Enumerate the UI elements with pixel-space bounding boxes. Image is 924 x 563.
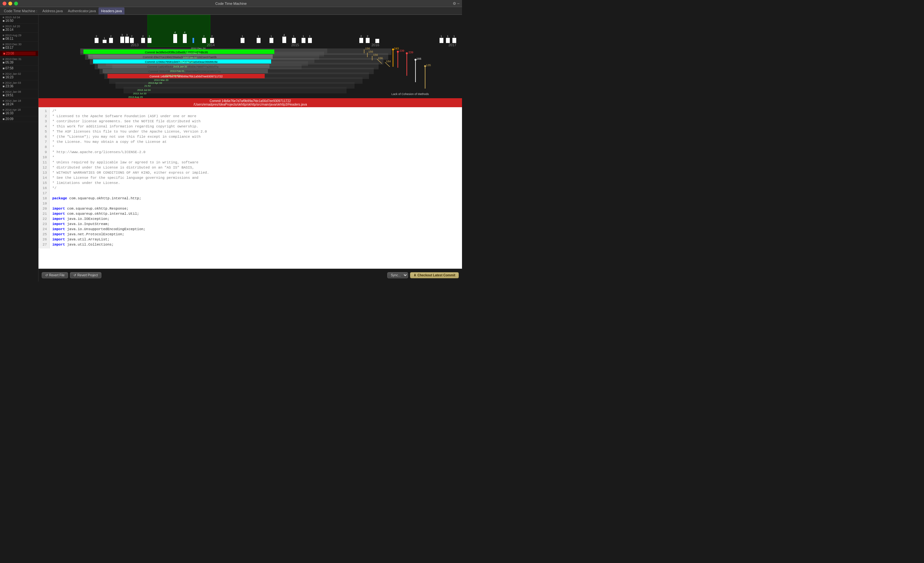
- svg-rect-27: [241, 38, 244, 43]
- revert-project-icon: ↺: [74, 273, 76, 277]
- svg-rect-23: [202, 38, 206, 43]
- svg-text:2017: 2017: [448, 43, 456, 47]
- svg-point-118: [406, 52, 408, 54]
- settings-area: ⚙ –: [453, 1, 459, 6]
- svg-rect-4: [103, 40, 106, 43]
- svg-rect-37: [302, 38, 305, 43]
- svg-rect-16: [148, 38, 152, 43]
- sync-dropdown[interactable]: Sync...: [387, 272, 408, 278]
- checkout-latest-button[interactable]: ⬇ Checkout Latest Commit: [410, 272, 459, 278]
- svg-rect-45: [375, 39, 379, 43]
- svg-text:2013 Jan 02: 2013 Jan 02: [183, 56, 197, 59]
- svg-text:1: 1: [453, 35, 455, 38]
- svg-text:1: 1: [258, 35, 259, 38]
- bottom-toolbar: ↺ Revert File ↺ Revert Project Sync... ⬇…: [39, 269, 462, 281]
- svg-text:3: 3: [126, 33, 128, 37]
- svg-rect-35: [292, 38, 296, 43]
- list-item-selected[interactable]: ■ 23:08: [0, 51, 38, 57]
- timeline-chart[interactable]: 2 1 2 3 3 2 2 1 4 4: [39, 15, 462, 98]
- list-item[interactable]: ■ 2014 Jan 18 ■ 18:24: [0, 98, 38, 107]
- svg-text:4: 4: [174, 31, 176, 34]
- list-item[interactable]: ■ 2014 Jan 03 ■ 23:36: [0, 80, 38, 89]
- svg-text:1: 1: [447, 35, 448, 38]
- svg-rect-39: [308, 38, 312, 43]
- svg-text:166: 166: [417, 57, 421, 60]
- svg-text:2013 Jul 20: 2013 Jul 20: [133, 92, 147, 95]
- code-text: /* * Licensed to the Apache Software Fou…: [50, 107, 462, 248]
- code-content: 12345 678910 1112131415 1617181920 21222…: [39, 107, 462, 248]
- gear-icon[interactable]: ⚙ –: [453, 1, 459, 6]
- svg-text:2013 Feb 05: 2013 Feb 05: [165, 74, 180, 77]
- svg-rect-46: [440, 38, 443, 43]
- svg-rect-50: [452, 38, 456, 43]
- svg-text:2013 Apr 08: 2013 Apr 08: [148, 81, 162, 84]
- list-item[interactable]: ■ 07:58: [0, 66, 38, 71]
- svg-rect-31: [270, 38, 273, 43]
- svg-text:2015: 2015: [291, 43, 299, 47]
- commit-sidebar: ■ 2013 Jul 04 ■ 16:50 ■ 2013 Jul 20 ■ 20…: [0, 15, 39, 281]
- svg-text:Lack of Cohesion of Methods: Lack of Cohesion of Methods: [392, 92, 429, 96]
- svg-text:2014: 2014: [207, 43, 214, 47]
- close-button[interactable]: [3, 2, 6, 6]
- maximize-button[interactable]: [14, 2, 18, 6]
- svg-text:2: 2: [360, 35, 362, 38]
- svg-text:1: 1: [148, 35, 150, 38]
- svg-text:Commit 350c43b6fe02401a73f967d: Commit 350c43b6fe02401a73f967d9ef3220616…: [148, 70, 221, 73]
- timeline-area[interactable]: 2 1 2 3 3 2 2 1 4 4: [39, 15, 462, 98]
- commit-header-bar: Commit 14b6e76e7d7af9b99a7fdc1a56d7ee930…: [39, 98, 462, 107]
- download-icon: ⬇: [414, 273, 416, 277]
- list-item[interactable]: ■ 20:09: [0, 116, 38, 122]
- svg-text:1: 1: [441, 35, 442, 38]
- list-item[interactable]: ■ 2013 Aug 29 ■ 08:11: [0, 33, 38, 42]
- svg-text:3: 3: [121, 33, 123, 37]
- tab-authenticator[interactable]: Authenticator.java: [66, 8, 99, 15]
- list-item[interactable]: ■ 2013 Dec 31 ■ 05:39: [0, 57, 38, 66]
- svg-text:184: 184: [386, 60, 391, 63]
- revert-icon: ↺: [45, 273, 48, 277]
- list-item[interactable]: ■ 2014 Jan 02 ■ 16:23: [0, 71, 38, 80]
- titlebar: Code Time Machine ⚙ –: [0, 0, 462, 7]
- main-layout: ■ 2013 Jul 04 ■ 16:50 ■ 2013 Jul 20 ■ 20…: [0, 15, 462, 281]
- svg-text:2: 2: [211, 35, 213, 38]
- svg-text:1: 1: [293, 35, 294, 38]
- sync-checkout-area: Sync... ⬇ Checkout Latest Commit: [387, 272, 459, 278]
- svg-rect-12: [130, 38, 134, 43]
- svg-text:2013: 2013: [131, 43, 139, 47]
- svg-text:2016: 2016: [372, 43, 379, 47]
- revert-buttons: ↺ Revert File ↺ Revert Project: [42, 272, 101, 278]
- tab-address[interactable]: Address.java: [40, 8, 66, 15]
- svg-text:1: 1: [270, 35, 272, 38]
- svg-text:1: 1: [309, 35, 310, 38]
- svg-text:2013 Jul 04: 2013 Jul 04: [137, 89, 151, 92]
- svg-text:2013 Feb 01: 2013 Feb 01: [170, 70, 184, 72]
- revert-project-button[interactable]: ↺ Revert Project: [70, 272, 101, 278]
- minimize-button[interactable]: [8, 2, 12, 6]
- svg-text:1: 1: [242, 35, 243, 38]
- commit-file-path: /Users/emadpres/IdeaProjects/okhttp/okht…: [41, 103, 459, 106]
- tabbar: Code Time Machine : Address.java Authent…: [0, 7, 462, 15]
- svg-point-115: [397, 51, 399, 53]
- list-item[interactable]: ■ 2013 Jul 20 ■ 20:14: [0, 24, 38, 33]
- app-label: Code Time Machine :: [1, 8, 40, 15]
- svg-rect-25: [210, 38, 214, 43]
- svg-rect-14: [141, 38, 145, 43]
- traffic-lights: [3, 2, 18, 6]
- svg-text:156: 156: [368, 50, 373, 53]
- svg-rect-2: [94, 38, 99, 43]
- revert-file-button[interactable]: ↺ Revert File: [42, 272, 68, 278]
- svg-rect-1: [148, 15, 210, 47]
- tab-headers[interactable]: Headers.java: [99, 8, 124, 15]
- list-item[interactable]: ■ 2014 Apr 18 ■ 16:33: [0, 107, 38, 116]
- list-item[interactable]: ■ 2014 Jan 08 ■ 19:51: [0, 89, 38, 98]
- svg-text:2012 Dec 31: 2012 Dec 31: [186, 52, 201, 54]
- svg-text:2: 2: [96, 35, 97, 38]
- svg-rect-8: [120, 37, 124, 43]
- commit-hash: Commit 14b6e76e7d7af9b99a7fdc1a56d7ee930…: [41, 99, 459, 103]
- svg-text:135: 135: [426, 63, 431, 67]
- svg-text:1: 1: [303, 35, 304, 38]
- window-title: Code Time Machine: [215, 2, 247, 6]
- svg-text:Commit 14b6e76e7d7af9b99a7fdc1: Commit 14b6e76e7d7af9b99a7fdc1a56d7ee930…: [150, 75, 223, 78]
- list-item[interactable]: ■ 2013 Jul 04 ■ 16:50: [0, 15, 38, 24]
- svg-text:2013 Jan 07: 2013 Jan 07: [180, 61, 194, 63]
- list-item[interactable]: ■ 2013 Dec 30 ■ 03:17: [0, 42, 38, 51]
